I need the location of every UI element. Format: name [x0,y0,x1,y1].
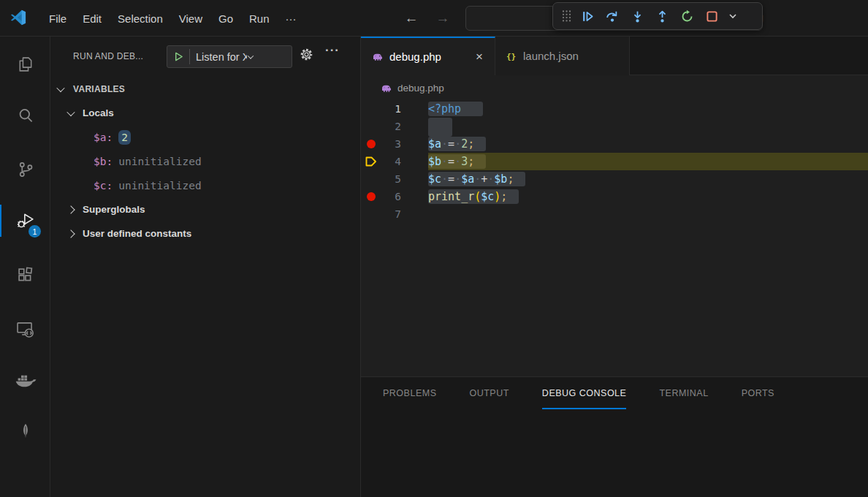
start-debugging-dropdown[interactable]: Listen for Xdebug [167,45,292,68]
activitybar-item-mongodb[interactable] [0,414,50,450]
activitybar-item-explorer[interactable] [0,46,50,83]
editor-group: debug.php×{}launch.json debug.php 1<?php… [360,37,868,376]
variable-name: $b: [94,156,113,167]
start-debug-play-icon[interactable] [173,51,184,62]
menu-overflow[interactable]: ··· [278,10,305,28]
restart-button[interactable] [674,5,699,27]
continue-button[interactable] [575,5,600,27]
variable-value: uninitialized [118,180,202,191]
debug-config-label[interactable]: Listen for Xdebug [196,51,247,63]
panel-tab-debug-console[interactable]: DEBUG CONSOLE [542,377,627,409]
go-back-button[interactable]: ← [402,9,421,28]
go-forward-button[interactable]: → [433,9,452,28]
debug-current-line-highlight [428,153,868,170]
line-number: 1 [376,100,401,118]
tree-item-label: Locals [83,107,114,118]
code-line-5[interactable]: 5$c·=·$a·+·$b; [361,170,868,188]
step-out-button[interactable] [650,5,674,27]
activitybar-item-search[interactable] [0,97,50,134]
chevron-down-icon[interactable] [55,83,66,95]
menu-file[interactable]: File [41,10,75,28]
line-number: 3 [376,135,401,153]
panel-tab-terminal[interactable]: TERMINAL [659,377,708,409]
tree-item-variables[interactable]: VARIABLES [50,77,360,101]
code-line-7[interactable]: 7 [361,205,868,223]
editor-tab-launch.json[interactable]: {}launch.json [495,37,630,75]
tree-item-superglobals[interactable]: Superglobals [50,197,360,221]
line-number: 5 [376,170,401,188]
selection-highlight: <?php [428,102,483,116]
menu-bar: FileEditSelectionViewGoRun··· [41,0,305,37]
chevron-down-icon[interactable] [248,53,254,58]
drag-handle[interactable] [557,5,575,27]
line-content: <?php [428,100,483,118]
tree-item-user-defined-constants[interactable]: User defined constants [50,221,360,246]
dropdown-separator [189,49,190,64]
code-editor[interactable]: 1<?php2 3$a·=·2;4$b·=·3;5$c·=·$a·+·$b;6p… [361,100,868,223]
selection-highlight [428,118,452,137]
line-content [428,118,452,135]
menu-view[interactable]: View [171,10,210,28]
line-content: $b·=·3; [428,153,486,170]
stop-button[interactable] [699,5,724,27]
selection-highlight: $b·=·3; [428,154,486,169]
code-line-2[interactable]: 2 [361,118,868,135]
sidebar-title: RUN AND DEB... [73,51,143,61]
variable-row-b[interactable]: $b:uninitialized [50,149,360,173]
selection-highlight: print_r($c); [428,189,519,204]
line-content: print_r($c); [428,188,519,205]
step-into-button[interactable] [625,5,650,27]
code-line-4[interactable]: 4$b·=·3; [361,153,868,170]
selection-highlight: $a·=·2; [428,137,486,151]
debug-session-badge: 1 [28,225,41,238]
sidebar-more-actions-button[interactable]: ··· [325,43,340,58]
run-and-debug-sidebar: RUN AND DEB... Listen for Xdebug ··· VAR… [50,37,360,497]
variable-row-a[interactable]: $a:2 [50,125,360,149]
activitybar-item-docker[interactable] [0,362,50,398]
panel-tab-ports[interactable]: PORTS [742,377,774,409]
breadcrumb[interactable]: debug.php [361,75,868,100]
activitybar-item-source-control[interactable] [0,151,50,188]
activitybar-item-remote-explorer[interactable] [0,311,50,347]
tab-label: launch.json [523,50,579,62]
svg-text:{}: {} [506,52,516,61]
php-file-icon [371,51,384,62]
menu-edit[interactable]: Edit [75,10,110,28]
chevron-right-icon[interactable] [65,228,77,240]
activitybar-item-run-and-debug[interactable]: 1 [0,202,50,239]
menu-selection[interactable]: Selection [110,10,171,28]
close-tab-icon[interactable]: × [474,50,484,64]
variable-row-c[interactable]: $c:uninitialized [50,173,360,197]
code-line-1[interactable]: 1<?php [361,100,868,118]
line-number: 6 [376,188,401,205]
line-number: 4 [376,153,401,170]
panel-tab-output[interactable]: OUTPUT [469,377,509,409]
variable-name: $a: [94,132,113,143]
line-number: 7 [376,205,401,223]
step-over-button[interactable] [600,5,625,27]
variable-name: $c: [94,180,113,191]
line-content: $c·=·$a·+·$b; [428,170,525,188]
code-line-6[interactable]: 6print_r($c); [361,188,868,205]
tree-item-locals[interactable]: Locals [50,101,360,125]
chevron-down-icon[interactable] [65,107,77,119]
debug-toolbar [552,2,763,30]
variables-tree: VARIABLESLocals$a:2$b:uninitialized$c:un… [50,77,360,246]
panel-tab-bar: PROBLEMSOUTPUTDEBUG CONSOLETERMINALPORTS [361,377,868,409]
title-bar: FileEditSelectionViewGoRun··· ← → g [0,0,868,37]
code-line-3[interactable]: 3$a·=·2; [361,135,868,153]
more-actions-button[interactable] [724,5,742,27]
editor-tab-bar: debug.php×{}launch.json [361,37,868,75]
menu-run[interactable]: Run [241,10,278,28]
line-number: 2 [376,118,401,135]
breadcrumb-filename[interactable]: debug.php [397,83,444,94]
activitybar-item-extensions[interactable] [0,257,50,294]
chevron-right-icon[interactable] [65,204,77,216]
editor-tab-debug.php[interactable]: debug.php× [361,37,495,75]
menu-go[interactable]: Go [210,10,241,28]
activity-bar: 1 [0,37,50,497]
bottom-panel: PROBLEMSOUTPUTDEBUG CONSOLETERMINALPORTS [360,376,868,497]
panel-tab-problems[interactable]: PROBLEMS [383,377,436,409]
debug-settings-gear-icon[interactable] [299,47,314,62]
line-content: $a·=·2; [428,135,486,153]
